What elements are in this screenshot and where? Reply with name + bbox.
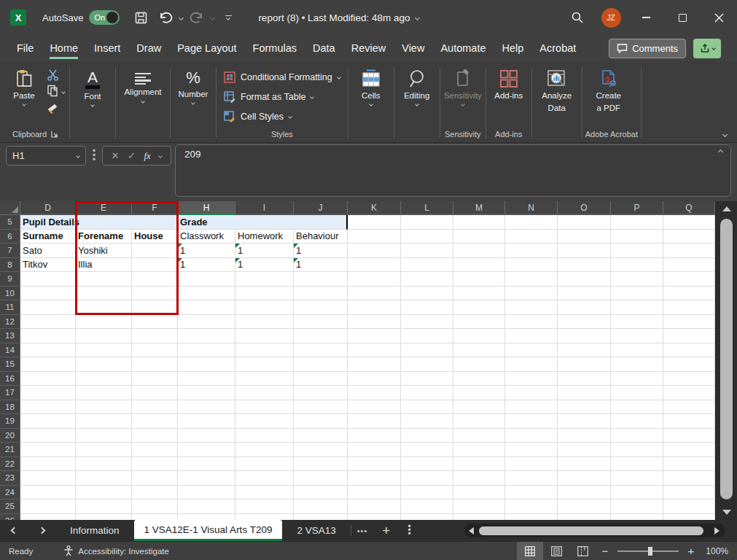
cell-O12[interactable] [558,315,611,330]
zoom-out-button[interactable]: − [596,545,615,557]
row-header-10[interactable]: 10 [0,287,20,301]
cell-K14[interactable] [348,343,401,358]
cell-I14[interactable] [235,343,294,358]
next-sheet-button[interactable] [28,520,55,541]
cell-F23[interactable] [132,471,178,486]
maximize-button[interactable] [664,0,701,35]
cell-N18[interactable] [505,400,558,415]
document-title[interactable]: report (8) • Last Modified: 48m ago [258,12,419,23]
row-header-9[interactable]: 9 [0,272,20,287]
cell-K10[interactable] [348,287,401,301]
cell-L24[interactable] [401,486,453,500]
cell-M19[interactable] [453,414,505,429]
cell-M25[interactable] [453,499,505,514]
cell-I21[interactable] [235,443,294,457]
cell-I11[interactable] [235,300,294,315]
ribbon-tab-data[interactable]: Data [305,35,343,61]
cell-L14[interactable] [401,343,453,358]
cell-Q24[interactable] [663,486,715,500]
cell-I24[interactable] [235,486,294,500]
cell-L9[interactable] [401,272,453,287]
cell-M23[interactable] [453,471,505,486]
ribbon-tab-review[interactable]: Review [343,35,394,61]
cell-F25[interactable] [132,499,178,514]
cell-F22[interactable] [132,457,178,472]
create-pdf-button[interactable]: Create a PDF [585,66,632,114]
cell-J22[interactable] [294,457,348,472]
cell-H8[interactable]: 1 [178,258,235,273]
cell-Q9[interactable] [663,272,715,287]
cell-E12[interactable] [76,315,132,330]
cell-J18[interactable] [294,400,348,415]
cell-N22[interactable] [505,457,558,472]
cell-I23[interactable] [235,471,294,486]
cell-O24[interactable] [558,486,611,500]
sheet-tab-2-vsa13[interactable]: 2 VSA13 [282,520,350,541]
ribbon-tab-acrobat[interactable]: Acrobat [531,35,584,61]
cell-M13[interactable] [453,329,505,343]
cell-E25[interactable] [76,499,132,514]
cell-L17[interactable] [401,386,453,400]
cell-H17[interactable] [178,386,235,400]
cell-D17[interactable] [20,386,76,400]
cell-J16[interactable] [294,372,348,386]
cell-M22[interactable] [453,457,505,472]
cell-N11[interactable] [505,300,558,315]
formula-bar-kebab-icon[interactable]: ••• [92,149,96,162]
vertical-scrollbar[interactable] [715,201,737,520]
cell-I12[interactable] [235,315,294,330]
cell-Q20[interactable] [663,429,715,443]
cell-I16[interactable] [235,372,294,386]
cell-N5[interactable] [505,215,558,230]
minimize-button[interactable] [628,0,664,35]
cell-H19[interactable] [178,414,235,429]
cell-H24[interactable] [178,486,235,500]
cell-N21[interactable] [505,443,558,457]
cell-N16[interactable] [505,372,558,386]
cell-O25[interactable] [558,499,611,514]
cell-N6[interactable] [505,230,558,244]
cell-H10[interactable] [178,287,235,301]
cell-O9[interactable] [558,272,611,287]
row-header-5[interactable]: 5 [0,215,20,230]
cell-P24[interactable] [611,486,663,500]
cell-Q17[interactable] [663,386,715,400]
cell-E22[interactable] [76,457,132,472]
cell-Q16[interactable] [663,372,715,386]
horizontal-scrollbar[interactable] [464,524,725,537]
cell-M24[interactable] [453,486,505,500]
row-header-14[interactable]: 14 [0,343,20,358]
cell-F14[interactable] [132,343,178,358]
row-header-24[interactable]: 24 [0,486,20,500]
more-sheets-indicator[interactable]: ••• [351,520,374,541]
cell-D10[interactable] [20,287,76,301]
cell-J9[interactable] [294,272,348,287]
ribbon-tab-home[interactable]: Home [42,35,86,61]
cell-O7[interactable] [558,244,611,258]
cell-N9[interactable] [505,272,558,287]
cell-J8[interactable]: 1 [294,258,348,273]
cell-D19[interactable] [20,414,76,429]
page-break-preview-button[interactable] [569,542,596,560]
cell-P10[interactable] [611,287,663,301]
cell-H25[interactable] [178,499,235,514]
cell-I10[interactable] [235,287,294,301]
cell-E13[interactable] [76,329,132,343]
cell-H23[interactable] [178,471,235,486]
cell-K16[interactable] [348,372,401,386]
addins-button[interactable]: Add-ins [489,66,529,101]
cell-I6[interactable]: Homework [235,230,294,244]
cell-I26[interactable] [235,514,294,521]
sheet-options-kebab-icon[interactable]: ••• [399,520,419,541]
cell-M9[interactable] [453,272,505,287]
cell-N12[interactable] [505,315,558,330]
sheet-tab-information[interactable]: Information [55,520,134,541]
cell-Q11[interactable] [663,300,715,315]
cell-K11[interactable] [348,300,401,315]
cell-P9[interactable] [611,272,663,287]
cell-K20[interactable] [348,429,401,443]
font-menu-button[interactable]: A Font [73,66,112,106]
cell-M6[interactable] [453,230,505,244]
cell-M10[interactable] [453,287,505,301]
cell-F17[interactable] [132,386,178,400]
